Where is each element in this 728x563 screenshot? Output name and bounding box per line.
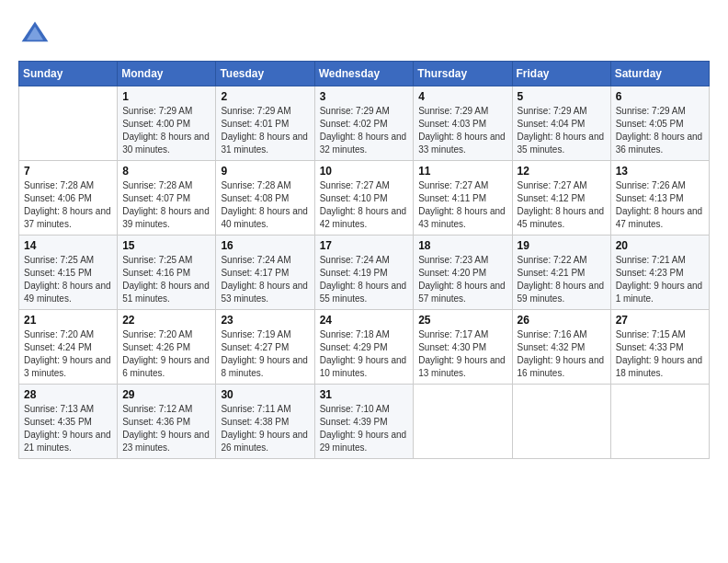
day-number: 16 xyxy=(221,239,309,252)
calendar-cell xyxy=(19,86,118,161)
calendar-cell: 4Sunrise: 7:29 AMSunset: 4:03 PMDaylight… xyxy=(414,86,512,161)
day-number: 12 xyxy=(518,165,606,178)
calendar-cell: 23Sunrise: 7:19 AMSunset: 4:27 PMDayligh… xyxy=(216,310,314,385)
calendar-cell xyxy=(610,385,709,459)
calendar-cell: 8Sunrise: 7:28 AMSunset: 4:07 PMDaylight… xyxy=(118,161,216,236)
day-number: 24 xyxy=(320,314,409,327)
day-detail: Sunrise: 7:15 AMSunset: 4:33 PMDaylight:… xyxy=(616,328,704,380)
calendar-week-2: 7Sunrise: 7:28 AMSunset: 4:06 PMDaylight… xyxy=(19,161,710,236)
day-number: 23 xyxy=(221,314,309,327)
day-number: 28 xyxy=(24,388,112,401)
day-detail: Sunrise: 7:24 AMSunset: 4:19 PMDaylight:… xyxy=(320,254,409,305)
day-detail: Sunrise: 7:21 AMSunset: 4:23 PMDaylight:… xyxy=(616,254,704,305)
day-number: 27 xyxy=(616,314,704,327)
logo xyxy=(18,18,57,52)
day-number: 31 xyxy=(320,388,409,401)
day-number: 14 xyxy=(24,239,112,252)
day-detail: Sunrise: 7:29 AMSunset: 4:05 PMDaylight:… xyxy=(616,105,704,156)
calendar-cell: 25Sunrise: 7:17 AMSunset: 4:30 PMDayligh… xyxy=(414,310,512,385)
column-header-saturday: Saturday xyxy=(610,62,709,86)
column-header-thursday: Thursday xyxy=(414,62,512,86)
column-header-sunday: Sunday xyxy=(19,62,118,86)
day-number: 3 xyxy=(320,90,409,103)
calendar-cell: 21Sunrise: 7:20 AMSunset: 4:24 PMDayligh… xyxy=(19,310,118,385)
calendar-cell: 29Sunrise: 7:12 AMSunset: 4:36 PMDayligh… xyxy=(118,385,216,459)
calendar-table: SundayMondayTuesdayWednesdayThursdayFrid… xyxy=(18,61,710,459)
calendar-cell: 13Sunrise: 7:26 AMSunset: 4:13 PMDayligh… xyxy=(610,161,709,236)
day-detail: Sunrise: 7:20 AMSunset: 4:24 PMDaylight:… xyxy=(24,328,112,380)
day-number: 25 xyxy=(418,314,506,327)
day-number: 5 xyxy=(518,90,606,103)
calendar-cell: 14Sunrise: 7:25 AMSunset: 4:15 PMDayligh… xyxy=(19,236,118,310)
day-detail: Sunrise: 7:27 AMSunset: 4:12 PMDaylight:… xyxy=(518,179,606,231)
calendar-cell: 5Sunrise: 7:29 AMSunset: 4:04 PMDaylight… xyxy=(512,86,610,161)
calendar-cell: 22Sunrise: 7:20 AMSunset: 4:26 PMDayligh… xyxy=(118,310,216,385)
calendar-week-3: 14Sunrise: 7:25 AMSunset: 4:15 PMDayligh… xyxy=(19,236,710,310)
day-detail: Sunrise: 7:23 AMSunset: 4:20 PMDaylight:… xyxy=(418,254,506,305)
day-detail: Sunrise: 7:16 AMSunset: 4:32 PMDaylight:… xyxy=(518,328,606,380)
day-detail: Sunrise: 7:28 AMSunset: 4:06 PMDaylight:… xyxy=(24,179,112,231)
calendar-cell xyxy=(414,385,512,459)
calendar-week-4: 21Sunrise: 7:20 AMSunset: 4:24 PMDayligh… xyxy=(19,310,710,385)
calendar-cell xyxy=(512,385,610,459)
calendar-cell: 24Sunrise: 7:18 AMSunset: 4:29 PMDayligh… xyxy=(314,310,414,385)
calendar-cell: 31Sunrise: 7:10 AMSunset: 4:39 PMDayligh… xyxy=(314,385,414,459)
calendar-cell: 10Sunrise: 7:27 AMSunset: 4:10 PMDayligh… xyxy=(314,161,414,236)
day-detail: Sunrise: 7:13 AMSunset: 4:35 PMDaylight:… xyxy=(24,403,112,454)
calendar-cell: 2Sunrise: 7:29 AMSunset: 4:01 PMDaylight… xyxy=(216,86,314,161)
day-number: 22 xyxy=(122,314,210,327)
day-detail: Sunrise: 7:27 AMSunset: 4:11 PMDaylight:… xyxy=(418,179,506,231)
day-number: 29 xyxy=(122,388,210,401)
calendar-cell: 20Sunrise: 7:21 AMSunset: 4:23 PMDayligh… xyxy=(610,236,709,310)
day-detail: Sunrise: 7:29 AMSunset: 4:02 PMDaylight:… xyxy=(320,105,409,156)
calendar-cell: 12Sunrise: 7:27 AMSunset: 4:12 PMDayligh… xyxy=(512,161,610,236)
calendar-cell: 30Sunrise: 7:11 AMSunset: 4:38 PMDayligh… xyxy=(216,385,314,459)
day-number: 13 xyxy=(616,165,704,178)
calendar-cell: 6Sunrise: 7:29 AMSunset: 4:05 PMDaylight… xyxy=(610,86,709,161)
calendar-cell: 28Sunrise: 7:13 AMSunset: 4:35 PMDayligh… xyxy=(19,385,118,459)
calendar-week-1: 1Sunrise: 7:29 AMSunset: 4:00 PMDaylight… xyxy=(19,86,710,161)
day-detail: Sunrise: 7:29 AMSunset: 4:04 PMDaylight:… xyxy=(518,105,606,156)
day-number: 9 xyxy=(221,165,309,178)
calendar-week-5: 28Sunrise: 7:13 AMSunset: 4:35 PMDayligh… xyxy=(19,385,710,459)
calendar-cell: 7Sunrise: 7:28 AMSunset: 4:06 PMDaylight… xyxy=(19,161,118,236)
column-header-tuesday: Tuesday xyxy=(216,62,314,86)
day-detail: Sunrise: 7:29 AMSunset: 4:01 PMDaylight:… xyxy=(221,105,309,156)
day-number: 7 xyxy=(24,165,112,178)
day-number: 17 xyxy=(320,239,409,252)
calendar-cell: 17Sunrise: 7:24 AMSunset: 4:19 PMDayligh… xyxy=(314,236,414,310)
day-number: 30 xyxy=(221,388,309,401)
day-number: 19 xyxy=(518,239,606,252)
calendar-cell: 26Sunrise: 7:16 AMSunset: 4:32 PMDayligh… xyxy=(512,310,610,385)
day-detail: Sunrise: 7:12 AMSunset: 4:36 PMDaylight:… xyxy=(122,403,210,454)
calendar-cell: 9Sunrise: 7:28 AMSunset: 4:08 PMDaylight… xyxy=(216,161,314,236)
day-detail: Sunrise: 7:24 AMSunset: 4:17 PMDaylight:… xyxy=(221,254,309,305)
day-number: 10 xyxy=(320,165,409,178)
day-number: 6 xyxy=(616,90,704,103)
calendar-cell: 15Sunrise: 7:25 AMSunset: 4:16 PMDayligh… xyxy=(118,236,216,310)
calendar-cell: 11Sunrise: 7:27 AMSunset: 4:11 PMDayligh… xyxy=(414,161,512,236)
day-detail: Sunrise: 7:17 AMSunset: 4:30 PMDaylight:… xyxy=(418,328,506,380)
logo-icon xyxy=(18,18,51,52)
day-detail: Sunrise: 7:20 AMSunset: 4:26 PMDaylight:… xyxy=(122,328,210,380)
calendar-body: 1Sunrise: 7:29 AMSunset: 4:00 PMDaylight… xyxy=(19,86,710,459)
day-detail: Sunrise: 7:19 AMSunset: 4:27 PMDaylight:… xyxy=(221,328,309,380)
day-detail: Sunrise: 7:29 AMSunset: 4:00 PMDaylight:… xyxy=(122,105,210,156)
day-number: 2 xyxy=(221,90,309,103)
day-detail: Sunrise: 7:11 AMSunset: 4:38 PMDaylight:… xyxy=(221,403,309,454)
day-detail: Sunrise: 7:28 AMSunset: 4:07 PMDaylight:… xyxy=(122,179,210,231)
calendar-cell: 27Sunrise: 7:15 AMSunset: 4:33 PMDayligh… xyxy=(610,310,709,385)
day-number: 11 xyxy=(418,165,506,178)
calendar-cell: 3Sunrise: 7:29 AMSunset: 4:02 PMDaylight… xyxy=(314,86,414,161)
day-number: 26 xyxy=(518,314,606,327)
header xyxy=(18,18,710,52)
day-detail: Sunrise: 7:10 AMSunset: 4:39 PMDaylight:… xyxy=(320,403,409,454)
day-detail: Sunrise: 7:22 AMSunset: 4:21 PMDaylight:… xyxy=(518,254,606,305)
calendar-cell: 1Sunrise: 7:29 AMSunset: 4:00 PMDaylight… xyxy=(118,86,216,161)
day-detail: Sunrise: 7:29 AMSunset: 4:03 PMDaylight:… xyxy=(418,105,506,156)
day-detail: Sunrise: 7:27 AMSunset: 4:10 PMDaylight:… xyxy=(320,179,409,231)
calendar-cell: 18Sunrise: 7:23 AMSunset: 4:20 PMDayligh… xyxy=(414,236,512,310)
day-number: 20 xyxy=(616,239,704,252)
day-number: 8 xyxy=(122,165,210,178)
day-number: 18 xyxy=(418,239,506,252)
